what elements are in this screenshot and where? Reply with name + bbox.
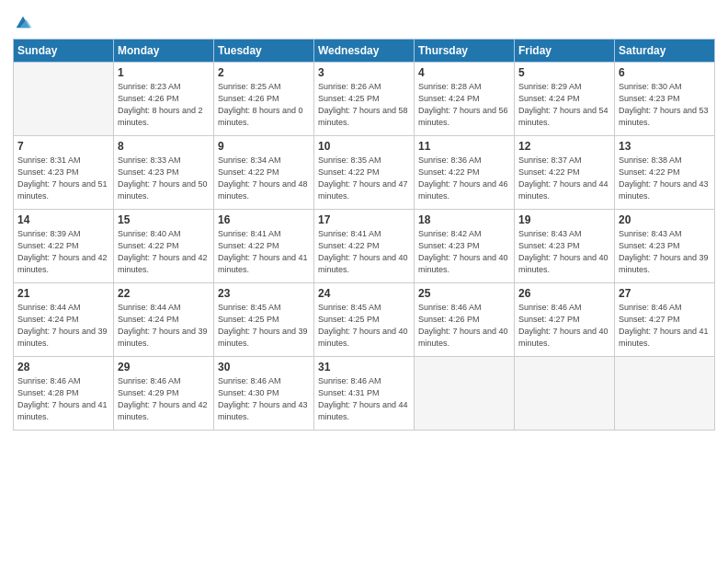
day-cell: 6Sunrise: 8:30 AMSunset: 4:23 PMDaylight… — [615, 63, 715, 136]
day-cell: 3Sunrise: 8:26 AMSunset: 4:25 PMDaylight… — [314, 63, 415, 136]
day-info: Sunrise: 8:41 AMSunset: 4:22 PMDaylight:… — [218, 228, 310, 276]
day-info: Sunrise: 8:40 AMSunset: 4:22 PMDaylight:… — [118, 228, 210, 276]
header-cell-thursday: Thursday — [415, 40, 515, 63]
day-cell: 24Sunrise: 8:45 AMSunset: 4:25 PMDayligh… — [314, 283, 415, 357]
day-info: Sunrise: 8:39 AMSunset: 4:22 PMDaylight:… — [17, 228, 109, 276]
header-cell-wednesday: Wednesday — [314, 40, 415, 63]
logo-icon — [13, 13, 33, 33]
header-cell-sunday: Sunday — [14, 40, 114, 63]
day-number: 27 — [619, 287, 711, 300]
week-row-4: 28Sunrise: 8:46 AMSunset: 4:28 PMDayligh… — [14, 357, 715, 431]
day-info: Sunrise: 8:37 AMSunset: 4:22 PMDaylight:… — [518, 155, 610, 202]
day-cell: 18Sunrise: 8:42 AMSunset: 4:23 PMDayligh… — [415, 210, 515, 283]
header-row: SundayMondayTuesdayWednesdayThursdayFrid… — [14, 40, 715, 63]
day-cell: 19Sunrise: 8:43 AMSunset: 4:23 PMDayligh… — [515, 210, 615, 283]
day-number: 5 — [518, 66, 610, 79]
week-row-1: 7Sunrise: 8:31 AMSunset: 4:23 PMDaylight… — [14, 136, 715, 210]
day-cell: 8Sunrise: 8:33 AMSunset: 4:23 PMDaylight… — [114, 136, 214, 210]
day-number: 15 — [118, 213, 210, 226]
day-cell: 16Sunrise: 8:41 AMSunset: 4:22 PMDayligh… — [214, 210, 314, 283]
week-row-3: 21Sunrise: 8:44 AMSunset: 4:24 PMDayligh… — [14, 283, 715, 357]
day-cell: 26Sunrise: 8:46 AMSunset: 4:27 PMDayligh… — [515, 283, 615, 357]
day-cell: 21Sunrise: 8:44 AMSunset: 4:24 PMDayligh… — [14, 283, 114, 357]
day-info: Sunrise: 8:45 AMSunset: 4:25 PMDaylight:… — [318, 302, 410, 350]
day-cell: 28Sunrise: 8:46 AMSunset: 4:28 PMDayligh… — [14, 357, 114, 431]
day-info: Sunrise: 8:31 AMSunset: 4:23 PMDaylight:… — [17, 155, 109, 202]
page: SundayMondayTuesdayWednesdayThursdayFrid… — [0, 0, 728, 563]
day-info: Sunrise: 8:43 AMSunset: 4:23 PMDaylight:… — [518, 228, 610, 276]
day-number: 7 — [17, 140, 109, 153]
day-number: 12 — [518, 140, 610, 153]
day-number: 10 — [318, 140, 410, 153]
day-info: Sunrise: 8:46 AMSunset: 4:30 PMDaylight:… — [218, 375, 310, 423]
day-info: Sunrise: 8:46 AMSunset: 4:27 PMDaylight:… — [619, 302, 711, 350]
day-cell: 27Sunrise: 8:46 AMSunset: 4:27 PMDayligh… — [615, 283, 715, 357]
day-number: 29 — [118, 361, 210, 373]
day-number: 22 — [118, 287, 210, 300]
day-info: Sunrise: 8:46 AMSunset: 4:29 PMDaylight:… — [118, 375, 210, 423]
day-number: 28 — [17, 361, 109, 373]
day-cell: 1Sunrise: 8:23 AMSunset: 4:26 PMDaylight… — [114, 63, 214, 136]
day-info: Sunrise: 8:33 AMSunset: 4:23 PMDaylight:… — [118, 155, 210, 202]
day-info: Sunrise: 8:34 AMSunset: 4:22 PMDaylight:… — [218, 155, 310, 202]
calendar-body: 1Sunrise: 8:23 AMSunset: 4:26 PMDaylight… — [14, 63, 715, 431]
day-number: 24 — [318, 287, 410, 300]
header-cell-saturday: Saturday — [615, 40, 715, 63]
day-info: Sunrise: 8:43 AMSunset: 4:23 PMDaylight:… — [619, 228, 711, 276]
day-info: Sunrise: 8:44 AMSunset: 4:24 PMDaylight:… — [17, 302, 109, 350]
day-cell — [515, 357, 615, 431]
day-number: 25 — [418, 287, 510, 300]
header-cell-monday: Monday — [114, 40, 214, 63]
day-number: 19 — [518, 213, 610, 226]
day-info: Sunrise: 8:26 AMSunset: 4:25 PMDaylight:… — [318, 81, 410, 129]
logo — [13, 13, 37, 33]
day-number: 9 — [218, 140, 310, 153]
day-number: 20 — [619, 213, 711, 226]
day-info: Sunrise: 8:45 AMSunset: 4:25 PMDaylight:… — [218, 302, 310, 350]
day-number: 30 — [218, 361, 310, 373]
calendar-table: SundayMondayTuesdayWednesdayThursdayFrid… — [13, 39, 715, 431]
day-cell: 2Sunrise: 8:25 AMSunset: 4:26 PMDaylight… — [214, 63, 314, 136]
day-info: Sunrise: 8:36 AMSunset: 4:22 PMDaylight:… — [418, 155, 510, 202]
day-info: Sunrise: 8:38 AMSunset: 4:22 PMDaylight:… — [619, 155, 711, 202]
week-row-2: 14Sunrise: 8:39 AMSunset: 4:22 PMDayligh… — [14, 210, 715, 283]
day-number: 3 — [318, 66, 410, 79]
day-info: Sunrise: 8:46 AMSunset: 4:27 PMDaylight:… — [518, 302, 610, 350]
day-info: Sunrise: 8:46 AMSunset: 4:31 PMDaylight:… — [318, 375, 410, 423]
day-cell: 4Sunrise: 8:28 AMSunset: 4:24 PMDaylight… — [415, 63, 515, 136]
day-number: 2 — [218, 66, 310, 79]
day-number: 16 — [218, 213, 310, 226]
header — [13, 9, 715, 33]
day-info: Sunrise: 8:25 AMSunset: 4:26 PMDaylight:… — [218, 81, 310, 129]
day-info: Sunrise: 8:29 AMSunset: 4:24 PMDaylight:… — [518, 81, 610, 129]
day-cell: 17Sunrise: 8:41 AMSunset: 4:22 PMDayligh… — [314, 210, 415, 283]
day-number: 8 — [118, 140, 210, 153]
day-cell: 7Sunrise: 8:31 AMSunset: 4:23 PMDaylight… — [14, 136, 114, 210]
day-number: 14 — [17, 213, 109, 226]
day-cell — [615, 357, 715, 431]
day-info: Sunrise: 8:41 AMSunset: 4:22 PMDaylight:… — [318, 228, 410, 276]
day-info: Sunrise: 8:42 AMSunset: 4:23 PMDaylight:… — [418, 228, 510, 276]
day-number: 21 — [17, 287, 109, 300]
day-number: 26 — [518, 287, 610, 300]
day-info: Sunrise: 8:46 AMSunset: 4:28 PMDaylight:… — [17, 375, 109, 423]
day-cell: 23Sunrise: 8:45 AMSunset: 4:25 PMDayligh… — [214, 283, 314, 357]
day-cell: 5Sunrise: 8:29 AMSunset: 4:24 PMDaylight… — [515, 63, 615, 136]
day-info: Sunrise: 8:28 AMSunset: 4:24 PMDaylight:… — [418, 81, 510, 129]
week-row-0: 1Sunrise: 8:23 AMSunset: 4:26 PMDaylight… — [14, 63, 715, 136]
day-info: Sunrise: 8:46 AMSunset: 4:26 PMDaylight:… — [418, 302, 510, 350]
day-cell: 29Sunrise: 8:46 AMSunset: 4:29 PMDayligh… — [114, 357, 214, 431]
day-number: 1 — [118, 66, 210, 79]
day-cell: 14Sunrise: 8:39 AMSunset: 4:22 PMDayligh… — [14, 210, 114, 283]
calendar-header: SundayMondayTuesdayWednesdayThursdayFrid… — [14, 40, 715, 63]
day-cell: 11Sunrise: 8:36 AMSunset: 4:22 PMDayligh… — [415, 136, 515, 210]
day-cell: 9Sunrise: 8:34 AMSunset: 4:22 PMDaylight… — [214, 136, 314, 210]
day-info: Sunrise: 8:35 AMSunset: 4:22 PMDaylight:… — [318, 155, 410, 202]
day-cell: 22Sunrise: 8:44 AMSunset: 4:24 PMDayligh… — [114, 283, 214, 357]
day-info: Sunrise: 8:30 AMSunset: 4:23 PMDaylight:… — [619, 81, 711, 129]
day-number: 31 — [318, 361, 410, 373]
day-cell — [14, 63, 114, 136]
day-cell: 10Sunrise: 8:35 AMSunset: 4:22 PMDayligh… — [314, 136, 415, 210]
day-info: Sunrise: 8:23 AMSunset: 4:26 PMDaylight:… — [118, 81, 210, 129]
day-cell: 30Sunrise: 8:46 AMSunset: 4:30 PMDayligh… — [214, 357, 314, 431]
